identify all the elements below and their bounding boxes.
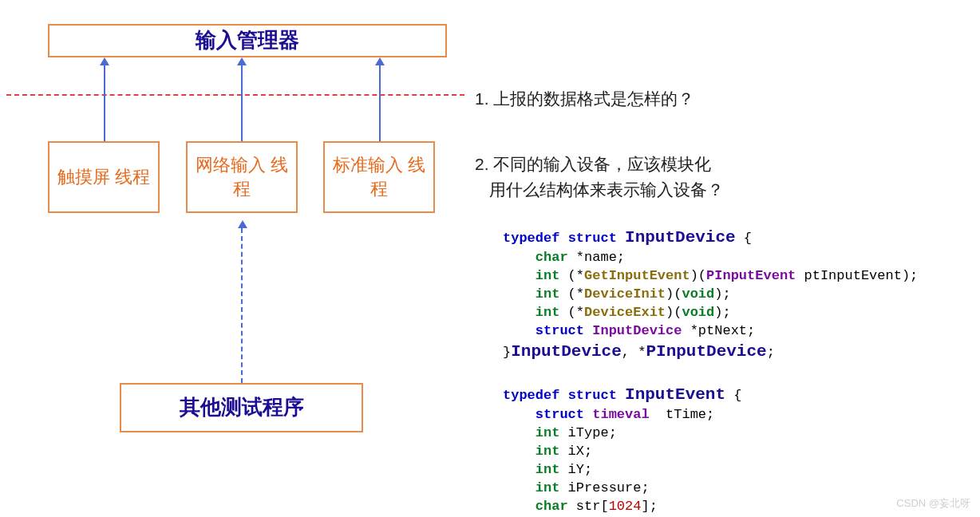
arrow-net: [241, 65, 243, 141]
arrow-tester: [241, 228, 243, 383]
question-2b: 用什么结构体来表示输入设备？: [475, 177, 724, 203]
code-inputdevice: typedef struct InputDevice { char *name;…: [503, 208, 918, 363]
diagram-area: 输入管理器 触摸屏 线程 网络输入 线程 标准输入 线程 其他测试程序: [0, 0, 475, 517]
tester-box: 其他测试程序: [120, 383, 363, 432]
code-inputevent: typedef struct InputEvent { struct timev…: [503, 365, 755, 517]
arrow-touch: [104, 65, 105, 141]
watermark: CSDN @妄北呀: [896, 496, 970, 511]
separator-line: [6, 94, 464, 96]
question-1: 1. 上报的数据格式是怎样的？: [475, 86, 694, 112]
manager-box: 输入管理器: [48, 24, 447, 57]
question-2a: 2. 不同的输入设备，应该模块化: [475, 152, 711, 177]
touch-thread-box: 触摸屏 线程: [48, 141, 160, 213]
net-thread-box: 网络输入 线程: [186, 141, 298, 213]
arrow-stdin: [379, 65, 381, 141]
stdin-thread-box: 标准输入 线程: [323, 141, 435, 213]
rhs-area: 1. 上报的数据格式是怎样的？ 2. 不同的输入设备，应该模块化 用什么结构体来…: [475, 0, 980, 517]
